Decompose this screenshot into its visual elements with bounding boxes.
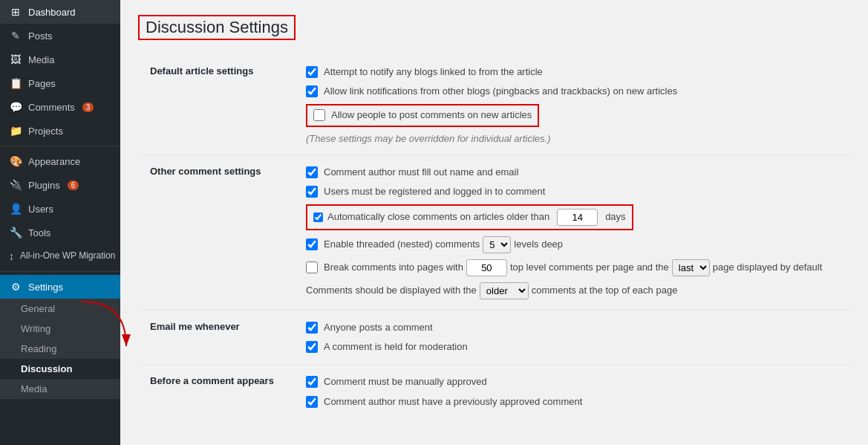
allow-comments-highlighted: Allow people to post comments on new art… (306, 104, 539, 126)
pages-icon: 📋 (9, 77, 22, 89)
checkbox-anyone-posts: Anyone posts a comment (306, 321, 838, 334)
threaded-select[interactable]: 5 (483, 236, 511, 253)
sidebar-item-dashboard[interactable]: ⊞ Dashboard (0, 0, 120, 24)
dashboard-icon: ⊞ (9, 6, 22, 18)
checkbox-auto-close-input[interactable] (313, 212, 323, 222)
checkbox-author-name-email: Comment author must fill out name and em… (306, 166, 838, 179)
checkbox-held-moderation-label: A comment is held for moderation (324, 340, 468, 354)
media-icon: 🖼 (9, 53, 22, 65)
checkbox-threaded-input[interactable] (306, 238, 318, 250)
sidebar-item-discussion[interactable]: Discussion (0, 359, 120, 379)
sidebar-item-reading[interactable]: Reading (0, 339, 120, 359)
plugins-badge: 6 (68, 181, 79, 190)
checkbox-previously-approved-input[interactable] (306, 396, 318, 408)
break-mid: top level comments per page and the (510, 261, 669, 274)
checkbox-notify-blogs-label: Attempt to notify any blogs linked to fr… (324, 65, 543, 79)
checkbox-notify-blogs: Attempt to notify any blogs linked to fr… (306, 65, 838, 79)
checkbox-author-name-email-input[interactable] (306, 166, 318, 178)
before-comment-section: Before a comment appears Comment must be… (138, 365, 850, 419)
sidebar-item-media[interactable]: 🖼 Media (0, 48, 120, 71)
other-comment-section: Other comment settings Comment author mu… (138, 155, 850, 310)
other-comment-label: Other comment settings (138, 155, 294, 310)
checkbox-author-name-email-label: Comment author must fill out name and em… (324, 166, 518, 179)
before-comment-content: Comment must be manually approved Commen… (294, 365, 850, 419)
projects-icon: 📁 (9, 125, 22, 137)
checkbox-manually-approved-label: Comment must be manually approved (324, 375, 487, 389)
page-title: Discussion Settings (138, 15, 296, 40)
display-after: comments at the top of each page (532, 284, 678, 297)
default-article-note: (These settings may be overridden for in… (306, 133, 838, 144)
checkbox-anyone-posts-label: Anyone posts a comment (324, 321, 433, 334)
checkbox-previously-approved-label: Comment author must have a previously ap… (324, 395, 582, 409)
allinone-icon: ↕ (9, 250, 14, 262)
checkbox-allow-comments-input[interactable] (313, 109, 325, 121)
auto-close-highlighted: Automatically close comments on articles… (306, 204, 633, 230)
checkbox-held-moderation: A comment is held for moderation (306, 340, 838, 354)
sidebar-divider-2 (0, 271, 120, 272)
email-whenever-section: Email me whenever Anyone posts a comment… (138, 310, 850, 364)
display-order-row: Comments should be displayed with the ol… (306, 282, 838, 299)
checkbox-registered-logged-label: Users must be registered and logged in t… (324, 185, 545, 198)
sidebar-item-general[interactable]: General (0, 299, 120, 319)
default-article-section: Default article settings Attempt to noti… (138, 55, 850, 155)
sidebar-item-writing[interactable]: Writing (0, 319, 120, 339)
tools-icon: 🔧 (9, 227, 22, 238)
default-article-label: Default article settings (138, 55, 294, 155)
sidebar-item-appearance[interactable]: 🎨 Appearance (0, 149, 120, 173)
sidebar-item-media-sub[interactable]: Media (0, 379, 120, 399)
appearance-icon: 🎨 (9, 155, 22, 167)
break-before: Break comments into pages with (324, 261, 463, 274)
settings-submenu: General Writing Reading Discussion Media (0, 299, 120, 399)
settings-table: Default article settings Attempt to noti… (138, 55, 850, 419)
users-icon: 👤 (9, 203, 22, 215)
checkbox-break-input[interactable] (306, 262, 318, 273)
sidebar-item-pages[interactable]: 📋 Pages (0, 71, 120, 95)
checkbox-anyone-posts-input[interactable] (306, 322, 318, 334)
sidebar-item-projects[interactable]: 📁 Projects (0, 119, 120, 143)
sidebar-item-tools[interactable]: 🔧 Tools (0, 221, 120, 244)
auto-close-days-input[interactable] (557, 209, 598, 226)
sidebar-item-posts[interactable]: ✎ Posts (0, 24, 120, 48)
checkbox-held-moderation-input[interactable] (306, 341, 318, 353)
display-before: Comments should be displayed with the (306, 284, 477, 297)
sidebar: ⊞ Dashboard ✎ Posts 🖼 Media 📋 Pages 💬 Co… (0, 0, 120, 445)
break-comments-row: Break comments into pages with top level… (306, 259, 838, 276)
checkbox-allow-comments-label: Allow people to post comments on new art… (331, 108, 532, 122)
break-select[interactable]: last first (672, 259, 710, 276)
plugins-icon: 🔌 (9, 179, 22, 191)
sidebar-divider (0, 146, 120, 146)
comments-badge: 3 (82, 103, 94, 112)
sidebar-item-allinone[interactable]: ↕ All-in-One WP Migration (0, 244, 120, 268)
posts-icon: ✎ (9, 30, 22, 42)
checkbox-manually-approved-input[interactable] (306, 376, 318, 388)
checkbox-allow-comments-row: Allow people to post comments on new art… (306, 104, 838, 126)
break-value-input[interactable] (466, 259, 507, 276)
checkbox-notify-blogs-input[interactable] (306, 66, 318, 78)
before-comment-label: Before a comment appears (138, 365, 294, 419)
checkbox-manually-approved: Comment must be manually approved (306, 375, 838, 389)
threaded-before: Enable threaded (nested) comments (324, 238, 480, 251)
display-select[interactable]: older newer (480, 282, 529, 299)
checkbox-previously-approved: Comment author must have a previously ap… (306, 395, 838, 409)
settings-icon: ⚙ (9, 281, 22, 293)
auto-close-row: Automatically close comments on articles… (306, 204, 838, 230)
break-after: page displayed by default (713, 261, 822, 274)
checkbox-link-notifications-input[interactable] (306, 85, 318, 97)
sidebar-item-plugins[interactable]: 🔌 Plugins 6 (0, 173, 120, 197)
email-whenever-label: Email me whenever (138, 310, 294, 364)
default-article-content: Attempt to notify any blogs linked to fr… (294, 55, 850, 155)
email-whenever-content: Anyone posts a comment A comment is held… (294, 310, 850, 364)
checkbox-link-notifications: Allow link notifications from other blog… (306, 85, 838, 98)
auto-close-after: days (605, 210, 625, 224)
checkbox-link-notifications-label: Allow link notifications from other blog… (324, 85, 677, 98)
sidebar-item-comments[interactable]: 💬 Comments 3 (0, 95, 120, 119)
threaded-comments-row: Enable threaded (nested) comments 5 leve… (306, 236, 838, 253)
sidebar-item-settings[interactable]: ⚙ Settings (0, 275, 120, 299)
checkbox-registered-logged-input[interactable] (306, 186, 318, 198)
comments-icon: 💬 (9, 101, 22, 113)
main-content: Discussion Settings Default article sett… (120, 0, 868, 445)
sidebar-item-users[interactable]: 👤 Users (0, 197, 120, 221)
threaded-after: levels deep (514, 238, 563, 251)
checkbox-registered-logged: Users must be registered and logged in t… (306, 185, 838, 198)
auto-close-before: Automatically close comments on articles… (327, 210, 549, 224)
